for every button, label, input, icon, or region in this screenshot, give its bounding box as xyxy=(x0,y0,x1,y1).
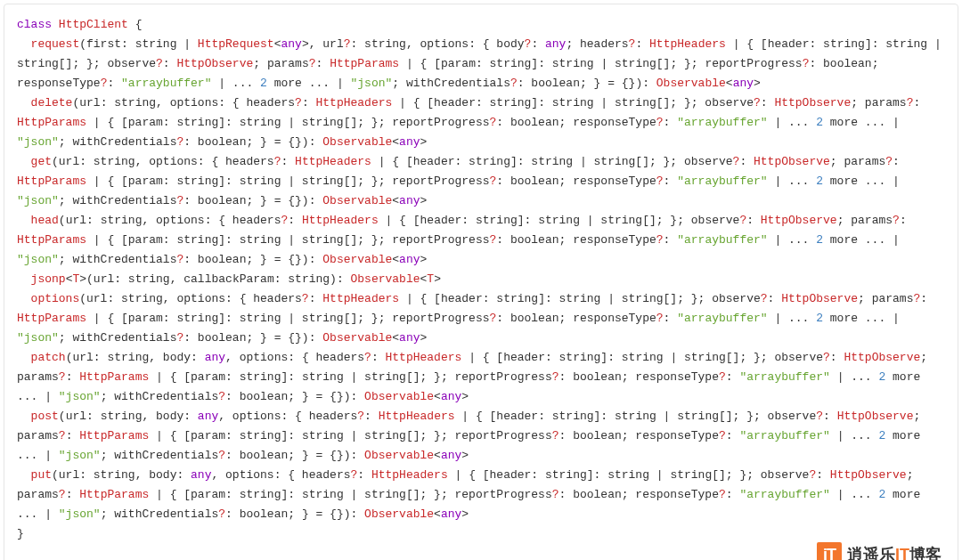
watermark: iT 逍遥乐IT博客 xyxy=(817,542,942,560)
t: : xyxy=(316,57,330,70)
type-observable: Observable xyxy=(322,331,392,345)
t: : xyxy=(739,155,754,168)
class-name: HttpClient xyxy=(59,18,128,31)
q: ? xyxy=(357,410,364,423)
t: | { [param: string]: string | string[]; … xyxy=(86,116,489,129)
t: : boolean; } = {}): xyxy=(225,507,364,521)
t: | { [header: string]: string | string[];… xyxy=(392,96,754,110)
t: > xyxy=(420,135,428,149)
t: > xyxy=(420,253,428,266)
t: : xyxy=(281,155,295,168)
str-arraybuffer: "arraybuffer" xyxy=(739,370,829,384)
t: : xyxy=(364,410,379,423)
q: ? xyxy=(656,312,664,325)
t: > xyxy=(461,449,469,462)
q: ? xyxy=(656,174,664,188)
t: : xyxy=(66,429,80,442)
method-options: options xyxy=(31,292,80,305)
indent xyxy=(17,292,31,305)
t: : boolean; } = {}): xyxy=(183,331,322,345)
str-json: "json" xyxy=(351,77,393,90)
t: < xyxy=(434,449,441,462)
t: : boolean; } = {}): xyxy=(518,77,656,90)
t: ; withCredentials xyxy=(392,77,510,90)
t: > xyxy=(754,77,761,90)
type-observable: Observable xyxy=(364,449,434,462)
q: ? xyxy=(302,292,309,305)
kw-any: any xyxy=(441,507,461,521)
t: | { [param: string]: string | string[]; … xyxy=(86,233,489,247)
t: : xyxy=(288,214,302,227)
q: ? xyxy=(761,292,768,305)
t: more ... | xyxy=(823,116,907,129)
t: , options: { headers xyxy=(225,351,364,364)
t: | { [param: string]: string | string[]; … xyxy=(149,488,551,501)
type-httpobserve: HttpObserve xyxy=(830,468,907,482)
method-jsonp: jsonp xyxy=(31,272,66,286)
str-arraybuffer: "arraybuffer" xyxy=(677,174,767,188)
t: , options: { headers xyxy=(218,410,357,423)
type-httpobserve: HttpObserve xyxy=(774,96,851,110)
t: : boolean; responseType xyxy=(559,370,719,384)
type-httpparams: HttpParams xyxy=(17,116,86,129)
t: : boolean; responseType xyxy=(496,174,656,188)
q: ? xyxy=(309,57,316,70)
t: more ... | xyxy=(823,233,907,247)
t: : boolean; } = {}): xyxy=(183,253,322,266)
t: | { [param: string]: string | string[]; … xyxy=(149,370,551,384)
q: ? xyxy=(510,77,518,90)
type-observable: Observable xyxy=(364,507,434,521)
str-arraybuffer: "arraybuffer" xyxy=(677,233,767,247)
wm-t1: 逍遥乐 xyxy=(847,546,895,560)
q: ? xyxy=(218,390,225,403)
t: : xyxy=(768,292,782,305)
t: | ... xyxy=(830,429,879,442)
type-httpparams: HttpParams xyxy=(17,174,86,188)
watermark-icon: iT xyxy=(817,542,842,560)
t: , options: { headers xyxy=(211,468,350,482)
method-delete: delete xyxy=(31,96,73,110)
brace-close: } xyxy=(17,527,24,540)
t: (url: string, body: xyxy=(66,351,205,364)
str-arraybuffer: "arraybuffer" xyxy=(677,116,767,129)
type-httpobserve: HttpObserve xyxy=(761,214,837,227)
type-T: T xyxy=(427,272,434,286)
t: | ... xyxy=(830,370,879,384)
method-request: request xyxy=(31,37,80,51)
t: > xyxy=(434,272,441,286)
t: : xyxy=(920,292,934,305)
q: ? xyxy=(893,214,900,227)
t: more ... | xyxy=(267,77,351,90)
kw-any: any xyxy=(399,135,420,149)
indent xyxy=(17,351,31,364)
t: > xyxy=(461,390,469,403)
kw-any: any xyxy=(733,77,754,90)
t: : xyxy=(309,292,323,305)
type-observable: Observable xyxy=(656,77,726,90)
t: more ... | xyxy=(823,312,907,325)
kw-any: any xyxy=(399,331,420,345)
type-httpparams: HttpParams xyxy=(79,429,149,442)
type-observable: Observable xyxy=(322,194,392,207)
t: : xyxy=(302,96,316,110)
indent xyxy=(17,410,31,423)
type-observable: Observable xyxy=(322,135,392,149)
q: ? xyxy=(754,96,761,110)
t: > xyxy=(420,331,428,345)
method-post: post xyxy=(31,410,59,423)
type-observable: Observable xyxy=(364,390,434,403)
t: : xyxy=(726,370,740,384)
num: 2 xyxy=(816,312,823,325)
t: (url: string, options: { headers xyxy=(52,155,274,168)
kw-any: any xyxy=(545,37,566,51)
method-get: get xyxy=(31,155,52,168)
t: < xyxy=(726,77,733,90)
t: : xyxy=(893,155,907,168)
t: ; params xyxy=(837,214,893,227)
t: : xyxy=(371,351,386,364)
t: : xyxy=(531,37,545,51)
type-httpparams: HttpParams xyxy=(330,57,399,70)
t: < xyxy=(434,507,441,521)
t: : boolean; } = {}): xyxy=(183,194,322,207)
t: | ... xyxy=(768,233,817,247)
